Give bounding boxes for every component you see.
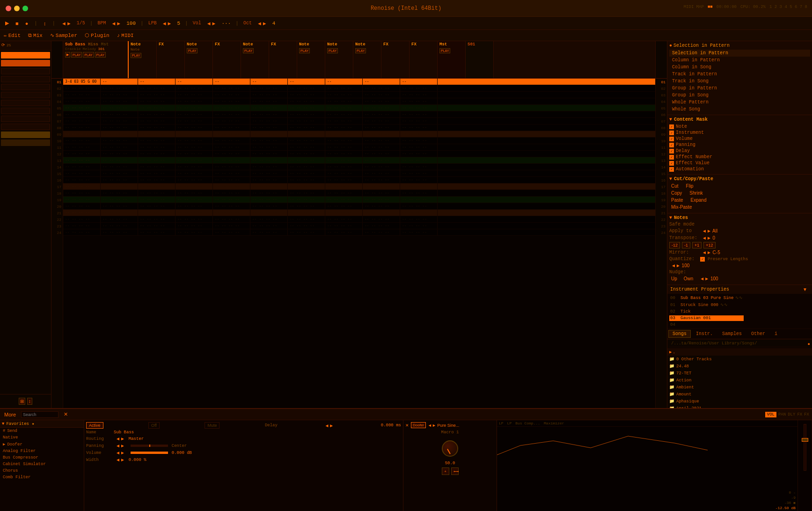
grid-cell-r23-c6[interactable]: -- -- -- -- <box>288 223 325 229</box>
grid-cell-r01-c1[interactable]: -- <box>101 79 138 85</box>
grid-cell-r17-c4[interactable]: -- -- -- -- <box>213 183 250 190</box>
macro-link-btn[interactable]: ⟷ <box>451 467 459 475</box>
track-note4-play-btn[interactable]: PLAY <box>299 48 310 53</box>
grid-cell-r13-c6[interactable]: -- -- -- -- <box>288 157 325 163</box>
grid-cell-r02-c4[interactable]: -- -- -- -- <box>213 85 250 91</box>
track-color-subbase[interactable] <box>1 52 50 58</box>
maximize-button[interactable] <box>22 6 28 11</box>
grid-cell-r15-c1[interactable]: -- -- -- -- <box>101 170 138 176</box>
grid-cell-r24-c2[interactable]: -- -- -- -- <box>138 229 176 235</box>
grid-cell-r17-c7[interactable]: -- -- -- -- <box>325 183 363 190</box>
grid-cell-r12-c2[interactable]: -- -- -- -- <box>138 151 176 157</box>
track-note3-play-btn[interactable]: PLAY <box>243 48 254 53</box>
slot-width-stepper[interactable]: ◄► <box>114 457 127 463</box>
grid-cell-r22-c0[interactable]: -- -- -- -- <box>63 216 101 222</box>
grid-cell-r13-c4[interactable]: -- -- -- -- <box>213 157 250 163</box>
grid-cell-r08-c8[interactable]: -- -- -- -- <box>363 124 400 131</box>
grid-cell-r07-c5[interactable]: -- -- -- -- <box>250 118 288 124</box>
grid-cell-r20-c1[interactable]: -- -- -- -- <box>101 203 138 209</box>
grid-cell-r08-c1[interactable]: -- -- -- -- <box>101 124 138 131</box>
apply-to-stepper[interactable]: ◄► All <box>700 228 719 234</box>
grid-row-07[interactable]: -- -- -- ---- -- -- ---- -- -- ---- -- -… <box>63 118 655 124</box>
grid-cell-r11-c5[interactable]: -- -- -- -- <box>250 144 288 150</box>
track-play-btn-melody[interactable]: PLAY <box>83 52 94 58</box>
grid-cell-r04-c3[interactable]: -- -- -- -- <box>176 98 213 104</box>
grid-cell-r17-c3[interactable]: -- -- -- -- <box>176 183 213 190</box>
grid-row-14[interactable]: -- -- -- ---- -- -- ---- -- -- ---- -- -… <box>63 164 655 170</box>
grid-cell-r23-c5[interactable]: -- -- -- -- <box>250 223 288 229</box>
preserve-lengths-checkbox[interactable]: ✓ <box>700 257 705 262</box>
grid-cell-r11-c9[interactable]: -- -- -- -- <box>400 144 438 150</box>
grid-cell-r03-c7[interactable]: -- -- -- -- <box>325 92 363 98</box>
grid-cell-r14-c0[interactable]: -- -- -- -- <box>63 164 101 170</box>
grid-cell-r08-c7[interactable]: -- -- -- -- <box>325 124 363 131</box>
grid-cell-r08-c2[interactable]: -- -- -- -- <box>138 124 176 131</box>
quantize-stepper[interactable]: ◄► 100 <box>669 263 691 269</box>
grid-cell-r09-c5[interactable]: -- -- -- -- <box>250 131 288 137</box>
grid-cell-r20-c4[interactable]: -- -- -- -- <box>213 203 250 209</box>
slot-off-button[interactable]: Off <box>148 422 160 429</box>
grid-cell-r10-c1[interactable]: -- -- -- -- <box>101 138 138 144</box>
grid-cell-r08-c9[interactable]: -- -- -- -- <box>400 124 438 131</box>
grid-row-23[interactable]: -- -- -- ---- -- -- ---- -- -- ---- -- -… <box>63 223 655 229</box>
track-color-note5[interactable] <box>1 108 50 114</box>
grid-cell-r11-c6[interactable]: -- -- -- -- <box>288 144 325 150</box>
grid-cell-r16-c2[interactable]: -- -- -- -- <box>138 177 176 183</box>
grid-cell-r05-c5[interactable]: -- -- -- -- <box>250 105 288 111</box>
grid-cell-r07-c9[interactable]: -- -- -- -- <box>400 118 438 124</box>
grid-cell-r20-c6[interactable]: -- -- -- -- <box>288 203 325 209</box>
grid-cell-r20-c2[interactable]: -- -- -- -- <box>138 203 176 209</box>
grid-cell-r01-c9[interactable]: -- <box>400 79 438 85</box>
grid-cell-r14-c8[interactable]: -- -- -- -- <box>363 164 400 170</box>
grid-cell-r15-c2[interactable]: -- -- -- -- <box>138 170 176 176</box>
grid-cell-r17-c0[interactable]: -- -- -- -- <box>63 183 101 190</box>
grid-cell-r05-c4[interactable]: -- -- -- -- <box>213 105 250 111</box>
grid-cell-r01-c5[interactable]: -- <box>250 79 288 85</box>
grid-cell-r19-c0[interactable]: -- -- -- -- <box>63 197 101 203</box>
grid-cell-r11-c4[interactable]: -- -- -- -- <box>213 144 250 150</box>
grid-cell-r13-c7[interactable]: -- -- -- -- <box>325 157 363 163</box>
grid-cell-r09-c6[interactable]: -- -- -- -- <box>288 131 325 137</box>
sel-whole-pattern[interactable]: Whole Pattern <box>669 99 810 106</box>
inst-item-03[interactable]: 03 Gaussian 001 <box>669 315 744 321</box>
grid-cell-r02-c0[interactable]: -- -- -- -- <box>63 85 101 91</box>
folder-0-other-tracks[interactable]: 📁0 Other Tracks <box>667 356 812 363</box>
grid-cell-r11-c1[interactable]: -- -- -- -- <box>101 144 138 150</box>
grid-cell-r12-c6[interactable]: -- -- -- -- <box>288 151 325 157</box>
grid-cell-r16-c9[interactable]: -- -- -- -- <box>400 177 438 183</box>
grid-cell-r24-c5[interactable]: -- -- -- -- <box>250 229 288 235</box>
grid-cell-r01-c4[interactable]: -- <box>213 79 250 85</box>
grid-row-08[interactable]: -- -- -- ---- -- -- ---- -- -- ---- -- -… <box>63 124 655 131</box>
grid-cell-r09-c2[interactable]: -- -- -- -- <box>138 131 176 137</box>
grid-cell-r10-c2[interactable]: -- -- -- -- <box>138 138 176 144</box>
slot-volume-stepper[interactable]: ◄► <box>114 450 127 456</box>
grid-cell-r07-c1[interactable]: -- -- -- -- <box>101 118 138 124</box>
menu-sampler[interactable]: ∿ Sampler <box>50 32 77 38</box>
cb-effect-value-box[interactable]: ✓ <box>669 161 674 166</box>
slot-mute-button[interactable]: Mute <box>205 422 219 429</box>
slot-delay-stepper[interactable]: ◄► <box>322 423 336 429</box>
left-inst-comb-filter[interactable]: Comb Filter <box>0 474 84 481</box>
grid-cell-r12-c8[interactable]: -- -- -- -- <box>363 151 400 157</box>
grid-cell-r06-c6[interactable]: -- -- -- -- <box>288 111 325 117</box>
grid-cell-r04-c8[interactable]: -- -- -- -- <box>363 98 400 104</box>
doofer-knob[interactable] <box>442 440 458 457</box>
grid-cell-r24-c3[interactable]: -- -- -- -- <box>176 229 213 235</box>
grid-row-22[interactable]: -- -- -- ---- -- -- ---- -- -- ---- -- -… <box>63 216 655 223</box>
lpb-value[interactable]: 5 <box>177 21 180 26</box>
grid-cell-r19-c6[interactable]: -- -- -- -- <box>288 197 325 203</box>
grid-cell-r14-c5[interactable]: -- -- -- -- <box>250 164 288 170</box>
grid-cell-r24-c0[interactable]: -- -- -- -- <box>63 229 101 235</box>
folder-ambient[interactable]: 📁Ambient <box>667 384 812 391</box>
grid-cell-r03-c3[interactable]: -- -- -- -- <box>176 92 213 98</box>
grid-cell-r16-c4[interactable]: -- -- -- -- <box>213 177 250 183</box>
track-play-btn-crackle[interactable]: PLAY <box>71 52 82 58</box>
grid-cell-r17-c6[interactable]: -- -- -- -- <box>288 183 325 190</box>
grid-cell-r10-c9[interactable]: -- -- -- -- <box>400 138 438 144</box>
grid-cell-r06-c4[interactable]: -- -- -- -- <box>213 111 250 117</box>
track-color-master[interactable] <box>1 131 50 138</box>
grid-cell-r18-c7[interactable]: -- -- -- -- <box>325 190 363 196</box>
grid-cell-r20-c3[interactable]: -- -- -- -- <box>176 203 213 209</box>
grid-cell-r12-c4[interactable]: -- -- -- -- <box>213 151 250 157</box>
slot-panning-stepper[interactable]: ◄► <box>114 443 127 449</box>
